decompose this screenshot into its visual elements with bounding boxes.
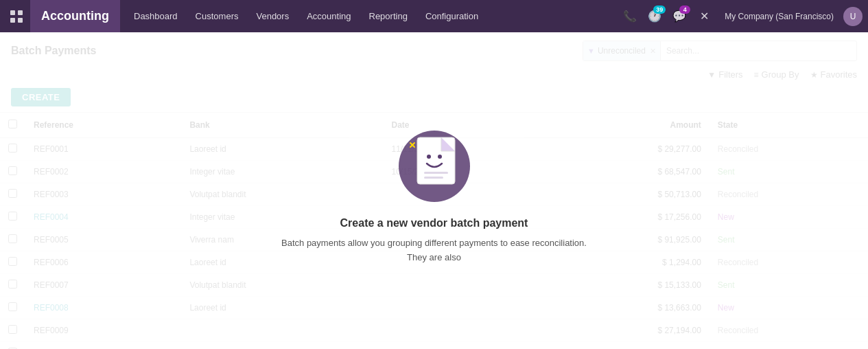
svg-rect-11: [424, 172, 448, 174]
navbar: Accounting Dashboard Customers Vendors A…: [0, 0, 868, 32]
user-avatar[interactable]: U: [843, 7, 863, 26]
brand-label: Accounting: [41, 9, 109, 23]
nav-accounting[interactable]: Accounting: [298, 7, 359, 25]
app-brand[interactable]: Accounting: [30, 0, 120, 32]
phone-icon: 📞: [623, 10, 637, 23]
avatar-initial: U: [850, 12, 856, 21]
nav-customers[interactable]: Customers: [187, 7, 247, 25]
modal-description: Batch payments allow you grouping differ…: [277, 236, 592, 265]
grid-menu-icon[interactable]: [5, 5, 27, 27]
phone-icon-btn[interactable]: 📞: [619, 5, 641, 27]
company-name: My Company (San Francisco): [725, 12, 834, 21]
close-icon-btn[interactable]: ✕: [693, 5, 715, 27]
svg-rect-12: [424, 177, 443, 179]
modal-title: Create a new vendor batch payment: [340, 217, 528, 229]
modal-content: Create a new vendor batch payment Batch …: [263, 103, 606, 279]
svg-rect-0: [10, 10, 15, 15]
company-selector[interactable]: My Company (San Francisco): [718, 12, 841, 21]
nav-vendors[interactable]: Vendors: [248, 7, 297, 25]
nav-dashboard[interactable]: Dashboard: [126, 7, 186, 25]
chat-icon-btn[interactable]: 💬 4: [668, 5, 690, 27]
svg-point-9: [427, 155, 431, 159]
svg-rect-2: [10, 18, 15, 23]
navbar-right: 📞 🕐 39 💬 4 ✕ My Company (San Francisco) …: [619, 5, 863, 27]
svg-rect-3: [18, 18, 23, 23]
empty-state-overlay: Create a new vendor batch payment Batch …: [0, 32, 868, 349]
modal-illustration: [390, 117, 479, 206]
clock-badge: 39: [653, 5, 666, 14]
nav-menu: Dashboard Customers Vendors Accounting R…: [126, 7, 619, 25]
nav-reporting[interactable]: Reporting: [361, 7, 416, 25]
chat-badge: 4: [679, 5, 690, 14]
svg-point-10: [438, 155, 442, 159]
svg-rect-1: [18, 10, 23, 15]
nav-configuration[interactable]: Configuration: [417, 7, 486, 25]
close-icon: ✕: [700, 10, 709, 23]
clock-icon-btn[interactable]: 🕐 39: [644, 5, 666, 27]
